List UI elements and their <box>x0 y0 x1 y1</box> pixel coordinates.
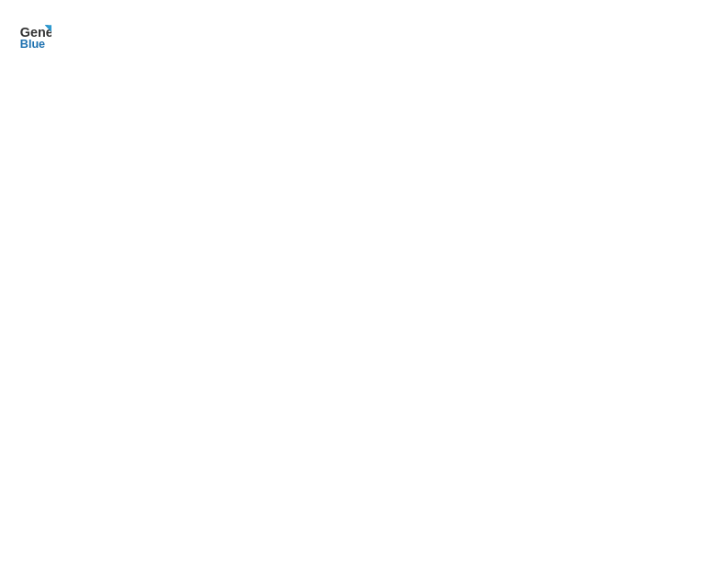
page-header: General Blue <box>18 18 710 52</box>
svg-text:Blue: Blue <box>20 38 45 51</box>
logo: General Blue <box>18 18 51 52</box>
logo-icon: General Blue <box>18 18 51 52</box>
